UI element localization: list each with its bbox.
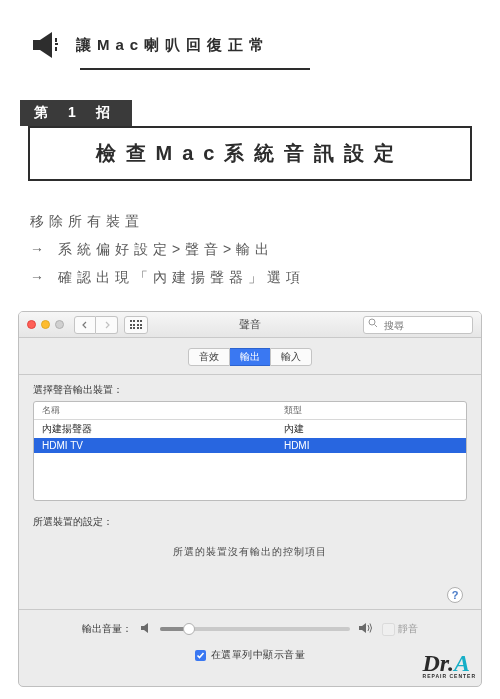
column-type: 類型 <box>276 404 466 417</box>
tip-title: 檢查Mac系統音訊設定 <box>30 140 470 167</box>
minimize-button[interactable] <box>41 320 50 329</box>
device-name: 內建揚聲器 <box>34 422 276 436</box>
svg-point-4 <box>369 319 375 325</box>
help-button[interactable]: ? <box>447 587 463 603</box>
device-type: HDMI <box>276 440 466 451</box>
tab-input[interactable]: 輸入 <box>270 348 312 366</box>
output-device-list[interactable]: 名稱 類型 內建揚聲器 內建 HDMI TV HDMI <box>33 401 467 501</box>
output-volume-row: 輸出音量： 靜音 <box>33 610 467 648</box>
mute-checkbox[interactable]: 靜音 <box>382 622 418 636</box>
search-input[interactable] <box>363 316 473 334</box>
close-button[interactable] <box>27 320 36 329</box>
page-title: 讓Mac喇叭回復正常 <box>76 36 270 55</box>
search-icon <box>368 318 378 330</box>
title-underline <box>80 68 310 70</box>
brand-logo: Dr.A REPAIR CENTER <box>423 650 476 683</box>
sound-preferences-window: 聲音 音效 輸出 輸入 選擇聲音輸出裝置： 名稱 類型 內建揚聲器 內建 HDM… <box>18 311 482 687</box>
speaker-megaphone-icon <box>28 28 62 62</box>
volume-low-icon <box>140 622 152 636</box>
tip-title-box: 檢查Mac系統音訊設定 <box>28 126 472 181</box>
list-header: 名稱 類型 <box>34 402 466 420</box>
window-title: 聲音 <box>239 317 261 332</box>
step-line-2: → 系統偏好設定>聲音>輸出 <box>30 235 470 263</box>
traffic-lights <box>27 320 64 329</box>
mute-label: 靜音 <box>398 622 418 636</box>
list-row[interactable]: 內建揚聲器 內建 <box>34 420 466 438</box>
tab-output[interactable]: 輸出 <box>230 348 270 366</box>
svg-marker-0 <box>33 32 52 58</box>
svg-marker-6 <box>141 623 148 633</box>
no-output-controls-message: 所選的裝置沒有輸出的控制項目 <box>33 545 467 559</box>
forward-button[interactable] <box>96 316 118 334</box>
logo-subtitle: REPAIR CENTER <box>423 673 476 679</box>
device-type: 內建 <box>276 422 466 436</box>
steps-list: 移除所有裝置 → 系統偏好設定>聲音>輸出 → 確認出現「內建揚聲器」選項 <box>30 207 470 291</box>
back-button[interactable] <box>74 316 96 334</box>
select-device-label: 選擇聲音輸出裝置： <box>33 383 467 397</box>
svg-rect-3 <box>55 47 57 51</box>
show-volume-menubar-row[interactable]: 在選單列中顯示音量 <box>33 648 467 674</box>
slider-knob[interactable] <box>183 623 195 635</box>
tip-number-badge: 第 1 招 <box>20 100 132 126</box>
device-name: HDMI TV <box>34 440 276 451</box>
list-row[interactable]: HDMI TV HDMI <box>34 438 466 453</box>
window-titlebar: 聲音 <box>19 312 481 338</box>
svg-rect-2 <box>55 43 58 45</box>
tab-sound-effects[interactable]: 音效 <box>188 348 230 366</box>
selected-device-settings-label: 所選裝置的設定： <box>33 515 467 529</box>
svg-line-5 <box>375 324 378 327</box>
menubar-label: 在選單列中顯示音量 <box>211 648 306 662</box>
show-all-button[interactable] <box>124 316 148 334</box>
volume-high-icon <box>358 622 374 636</box>
sound-tabs: 音效 輸出 輸入 <box>19 338 481 375</box>
zoom-button[interactable] <box>55 320 64 329</box>
output-volume-label: 輸出音量： <box>82 622 132 636</box>
column-name: 名稱 <box>34 404 276 417</box>
step-line-1: 移除所有裝置 <box>30 207 470 235</box>
svg-rect-1 <box>55 38 57 42</box>
checkbox-checked-icon[interactable] <box>195 650 206 661</box>
step-line-3: → 確認出現「內建揚聲器」選項 <box>30 263 470 291</box>
output-volume-slider[interactable] <box>160 627 350 631</box>
svg-marker-7 <box>359 623 366 633</box>
